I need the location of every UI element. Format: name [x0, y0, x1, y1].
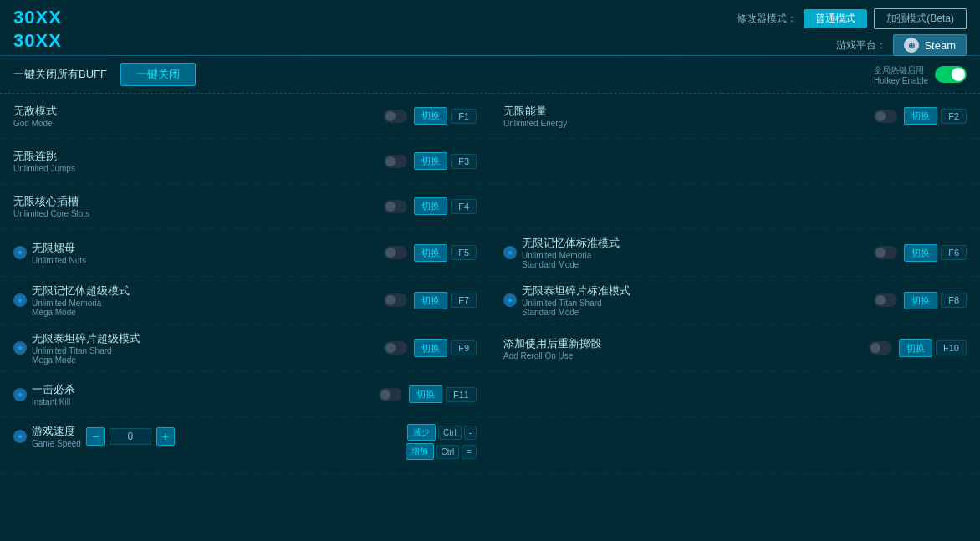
cheat-unlimited-titan-shard-standard-name: 无限泰坦碎片标准模式 Unlimited Titan Shard Standar…	[522, 283, 630, 317]
cheat-unlimited-memoria-standard-toggle[interactable]	[874, 246, 897, 259]
cheat-unlimited-core-slots-name: 无限核心插槽 Unlimited Core Slots	[13, 194, 89, 218]
cheat-unlimited-core-slots-key: F4	[451, 199, 477, 214]
cheat-instant-kill-name: 一击必杀 Instant Kill	[32, 382, 75, 406]
cheat-instant-kill-key: F11	[446, 387, 477, 402]
steam-label: Steam	[924, 39, 956, 52]
cheat-unlimited-energy-switch[interactable]: 切换	[904, 107, 937, 125]
cheat-god-mode-name: 无敌模式 God Mode	[13, 104, 57, 128]
cheat-unlimited-memoria-standard-star: ★	[503, 246, 517, 259]
cheat-god-mode-toggle[interactable]	[384, 110, 407, 123]
cheat-unlimited-energy-info: 无限能量 Unlimited Energy	[503, 104, 870, 128]
cheat-unlimited-nuts-key: F5	[451, 245, 477, 260]
speed-decrease-button[interactable]: −	[86, 427, 105, 446]
cheat-unlimited-memoria-mega-key: F7	[451, 293, 477, 308]
cheat-unlimited-memoria-standard: ★ 无限记忆体标准模式 Unlimited Memoria Standard M…	[490, 229, 980, 277]
cheat-god-mode: 无敌模式 God Mode 切换 F1	[0, 94, 490, 139]
cheat-game-speed-controls: 减少 Ctrl - 增加 Ctrl =	[406, 424, 477, 460]
speed-increase-switch[interactable]: 增加	[406, 443, 434, 460]
cheat-unlimited-core-slots-switch[interactable]: 切换	[414, 197, 447, 215]
cheat-unlimited-jumps-switch[interactable]: 切换	[414, 152, 447, 170]
speed-decrease-switch[interactable]: 减少	[407, 424, 436, 441]
platform-row: 游戏平台： ⊕ Steam	[836, 34, 967, 56]
cheat-empty-1	[490, 139, 980, 184]
cheat-add-reroll-switch[interactable]: 切换	[899, 339, 932, 357]
mode-label: 修改器模式：	[737, 12, 797, 26]
cheat-add-reroll-controls: 切换 F10	[865, 339, 967, 357]
cheat-unlimited-nuts-info: ★ 无限螺母 Unlimited Nuts	[13, 241, 380, 265]
platform-label: 游戏平台：	[836, 38, 886, 53]
cheat-god-mode-info: 无敌模式 God Mode	[13, 104, 380, 128]
cheat-add-reroll-info: 添加使用后重新掷骰 Add Reroll On Use	[503, 336, 865, 360]
steam-button[interactable]: ⊕ Steam	[893, 34, 967, 56]
buff-bar: 一键关闭所有BUFF 一键关闭 全局热键启用 Hotkey Enable	[0, 56, 980, 94]
cheat-unlimited-core-slots-toggle[interactable]	[384, 200, 407, 213]
cheat-god-mode-switch[interactable]: 切换	[414, 107, 447, 125]
speed-decrease-ctrl: Ctrl	[438, 426, 462, 440]
cheat-unlimited-memoria-mega-controls: 切换 F7	[380, 292, 477, 309]
cheat-unlimited-nuts-switch[interactable]: 切换	[414, 244, 447, 262]
buff-bar-left: 一键关闭所有BUFF 一键关闭	[13, 63, 874, 86]
cheat-unlimited-energy-controls: 切换 F2	[870, 107, 967, 125]
buff-label: 一键关闭所有BUFF	[13, 67, 107, 82]
cheat-unlimited-memoria-mega: ★ 无限记忆体超级模式 Unlimited Memoria Mega Mode …	[0, 277, 490, 324]
cheat-unlimited-jumps-toggle[interactable]	[384, 155, 407, 168]
cheat-instant-kill-switch[interactable]: 切换	[409, 385, 442, 403]
speed-value-input[interactable]	[110, 428, 151, 445]
cheat-unlimited-memoria-standard-key: F6	[941, 245, 967, 260]
cheat-unlimited-titan-shard-standard-key: F8	[941, 293, 967, 308]
cheat-unlimited-nuts-controls: 切换 F5	[380, 244, 477, 262]
cheat-unlimited-energy-toggle[interactable]	[874, 110, 897, 123]
cheat-instant-kill-toggle[interactable]	[379, 388, 402, 401]
cheat-unlimited-titan-shard-mega-star: ★	[13, 341, 27, 355]
cheat-unlimited-titan-shard-mega-info: ★ 无限泰坦碎片超级模式 Unlimited Titan Shard Mega …	[13, 331, 380, 365]
normal-mode-button[interactable]: 普通模式	[804, 9, 867, 28]
cheat-unlimited-titan-shard-mega-key: F9	[451, 340, 477, 355]
cheat-unlimited-jumps-name: 无限连跳 Unlimited Jumps	[13, 149, 75, 173]
mode-row: 修改器模式： 普通模式 加强模式(Beta)	[737, 8, 967, 29]
cheat-unlimited-energy-key: F2	[941, 109, 967, 124]
speed-increase-button[interactable]: +	[156, 427, 175, 446]
cheats-grid: 无敌模式 God Mode 切换 F1 无限能量 Unlimited Energ…	[0, 94, 980, 474]
cheat-empty-3	[490, 372, 980, 417]
cheat-unlimited-titan-shard-mega: ★ 无限泰坦碎片超级模式 Unlimited Titan Shard Mega …	[0, 324, 490, 372]
cheat-unlimited-memoria-mega-switch[interactable]: 切换	[414, 292, 447, 309]
cheat-unlimited-titan-shard-standard-toggle[interactable]	[874, 293, 897, 307]
cheat-unlimited-titan-shard-mega-switch[interactable]: 切换	[414, 339, 447, 357]
cheat-instant-kill-info: ★ 一击必杀 Instant Kill	[13, 382, 375, 406]
one-key-button[interactable]: 一键关闭	[120, 63, 196, 86]
cheat-unlimited-titan-shard-standard-controls: 切换 F8	[870, 292, 967, 309]
toggle-slider	[935, 66, 967, 83]
cheat-unlimited-jumps-key: F3	[451, 154, 477, 169]
cheat-unlimited-nuts-toggle[interactable]	[384, 246, 407, 259]
cheat-unlimited-memoria-standard-switch[interactable]: 切换	[904, 244, 937, 262]
cheat-empty-2	[490, 184, 980, 229]
cheat-unlimited-core-slots-controls: 切换 F4	[380, 197, 477, 215]
cheat-god-mode-key: F1	[451, 109, 477, 124]
cheat-unlimited-titan-shard-standard-switch[interactable]: 切换	[904, 292, 937, 309]
speed-increase-hotkey: 增加 Ctrl =	[406, 443, 477, 460]
cheat-unlimited-nuts: ★ 无限螺母 Unlimited Nuts 切换 F5	[0, 229, 490, 277]
cheat-game-speed-name: 游戏速度 Game Speed	[32, 424, 81, 448]
cheat-unlimited-nuts-name: 无限螺母 Unlimited Nuts	[32, 241, 86, 265]
cheat-unlimited-titan-shard-mega-controls: 切换 F9	[380, 339, 477, 357]
cheat-unlimited-jumps-info: 无限连跳 Unlimited Jumps	[13, 149, 380, 173]
cheat-unlimited-energy: 无限能量 Unlimited Energy 切换 F2	[490, 94, 980, 139]
cheat-unlimited-titan-shard-standard: ★ 无限泰坦碎片标准模式 Unlimited Titan Shard Stand…	[490, 277, 980, 324]
cheat-unlimited-memoria-mega-toggle[interactable]	[384, 293, 407, 307]
buff-bar-right: 全局热键启用 Hotkey Enable	[874, 64, 967, 85]
enhanced-mode-button[interactable]: 加强模式(Beta)	[874, 8, 967, 29]
cheat-instant-kill: ★ 一击必杀 Instant Kill 切换 F11	[0, 372, 490, 417]
cheat-unlimited-memoria-standard-info: ★ 无限记忆体标准模式 Unlimited Memoria Standard M…	[503, 236, 870, 269]
cheat-game-speed-info: ★ 游戏速度 Game Speed − +	[13, 424, 406, 448]
speed-increase-ctrl: Ctrl	[436, 445, 460, 459]
cheat-add-reroll-name: 添加使用后重新掷骰 Add Reroll On Use	[503, 336, 601, 360]
speed-decrease-hotkey: 减少 Ctrl -	[407, 424, 477, 441]
cheat-unlimited-jumps: 无限连跳 Unlimited Jumps 切换 F3	[0, 139, 490, 184]
cheat-unlimited-titan-shard-mega-toggle[interactable]	[384, 341, 407, 355]
cheat-unlimited-energy-name: 无限能量 Unlimited Energy	[503, 104, 567, 128]
hotkey-toggle[interactable]	[935, 66, 967, 83]
cheat-unlimited-core-slots: 无限核心插槽 Unlimited Core Slots 切换 F4	[0, 184, 490, 229]
hotkey-zh: 全局热键启用	[874, 64, 928, 76]
cheat-add-reroll-toggle[interactable]	[869, 341, 892, 355]
cheat-unlimited-memoria-mega-name: 无限记忆体超级模式 Unlimited Memoria Mega Mode	[32, 283, 130, 317]
